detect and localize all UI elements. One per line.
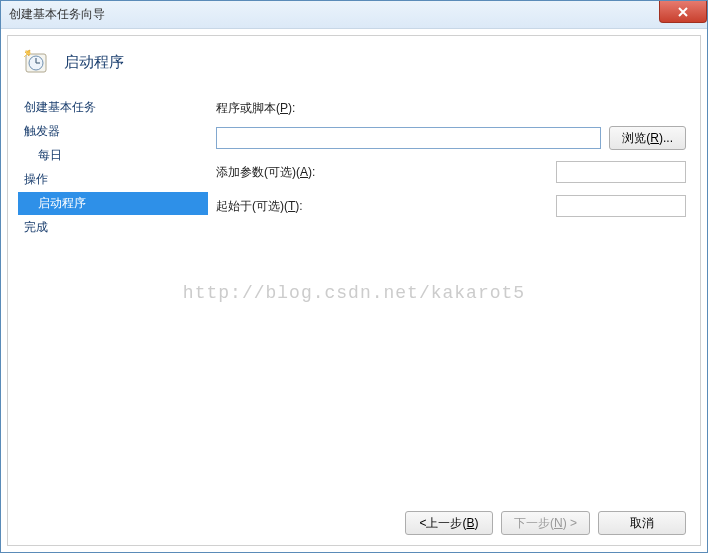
startin-row: 起始于(可选)(T):: [216, 194, 686, 218]
program-label: 程序或脚本(P):: [216, 100, 324, 117]
wizard-header: 启动程序: [8, 36, 700, 92]
sidebar-item-start-program[interactable]: 启动程序: [18, 192, 208, 215]
program-input-row: 浏览(R)...: [216, 126, 686, 150]
cancel-button[interactable]: 取消: [598, 511, 686, 535]
args-row: 添加参数(可选)(A):: [216, 160, 686, 184]
clock-task-icon: [22, 48, 50, 76]
form-area: 程序或脚本(P): 浏览(R)... 添加参数(可选)(A): 起始于(可选)(…: [208, 92, 700, 493]
wizard-body: 创建基本任务 触发器 每日 操作 启动程序 完成 程序或脚本(P): 浏览(R)…: [8, 92, 700, 493]
sidebar-item-action[interactable]: 操作: [18, 168, 208, 191]
back-button[interactable]: <上一步(B): [405, 511, 493, 535]
wizard-footer: <上一步(B) 下一步(N) > 取消: [405, 511, 686, 535]
titlebar: 创建基本任务向导: [1, 1, 707, 29]
inner-panel: 启动程序 创建基本任务 触发器 每日 操作 启动程序 完成 程序或脚本(P):: [7, 35, 701, 546]
wizard-sidebar: 创建基本任务 触发器 每日 操作 启动程序 完成: [8, 92, 208, 493]
sidebar-item-trigger-daily[interactable]: 每日: [18, 144, 208, 167]
close-button[interactable]: [659, 1, 707, 23]
page-title: 启动程序: [64, 53, 124, 72]
args-label: 添加参数(可选)(A):: [216, 164, 315, 181]
program-input[interactable]: [216, 127, 601, 149]
wizard-window: 创建基本任务向导 启动程序: [0, 0, 708, 553]
browse-button[interactable]: 浏览(R)...: [609, 126, 686, 150]
sidebar-item-trigger[interactable]: 触发器: [18, 120, 208, 143]
args-input[interactable]: [556, 161, 686, 183]
close-icon: [677, 6, 689, 18]
sidebar-item-create-task[interactable]: 创建基本任务: [18, 96, 208, 119]
sidebar-item-finish[interactable]: 完成: [18, 216, 208, 239]
startin-input[interactable]: [556, 195, 686, 217]
startin-label: 起始于(可选)(T):: [216, 198, 303, 215]
content-area: 启动程序 创建基本任务 触发器 每日 操作 启动程序 完成 程序或脚本(P):: [1, 29, 707, 552]
next-button: 下一步(N) >: [501, 511, 590, 535]
program-label-row: 程序或脚本(P):: [216, 96, 686, 120]
window-title: 创建基本任务向导: [9, 6, 105, 23]
